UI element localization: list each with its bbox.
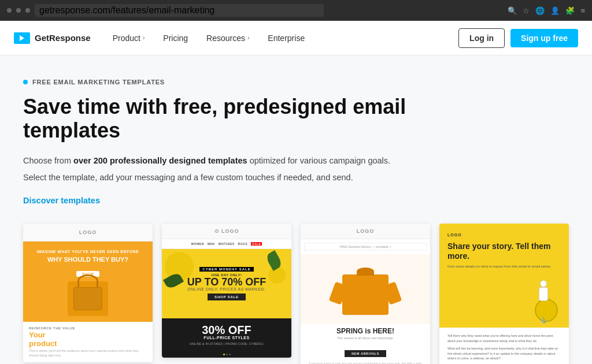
t2-nav-women: WOMEN bbox=[191, 242, 204, 246]
t1-product-section: REINFORCE THE VALUE Yourproduct This is … bbox=[23, 322, 153, 362]
logo-area[interactable]: GetResponse bbox=[14, 32, 91, 44]
badge-dot bbox=[23, 80, 28, 84]
t1-logo: LOGO bbox=[23, 224, 153, 242]
t3-sweater bbox=[342, 263, 388, 315]
t2-thirty-off: 30% OFF bbox=[202, 324, 251, 336]
dot-3 bbox=[229, 354, 231, 355]
t4-body-1: Tell them why they need what you're offe… bbox=[447, 333, 561, 344]
t1-product-title: Yourproduct bbox=[29, 331, 147, 348]
anchor-icon: ⚓ bbox=[540, 317, 547, 323]
chevron-icon: › bbox=[143, 35, 145, 41]
desc-text-1: Choose from bbox=[23, 156, 73, 165]
browser-icons: 🔍 ☆ 🌐 👤 🧩 ≡ bbox=[508, 6, 585, 15]
t1-reinforce-text: REINFORCE THE VALUE bbox=[29, 326, 147, 330]
browser-dot-2 bbox=[16, 8, 21, 13]
t2-black-section: 30% OFF FULL-PRICE STYLES ONLINE & IN ST… bbox=[162, 318, 291, 351]
browser-url-text: getresponse.com/features/email-marketing bbox=[39, 5, 214, 16]
t4-figure bbox=[539, 287, 548, 301]
puzzle-icon[interactable]: 🧩 bbox=[565, 6, 575, 15]
t4-yellow-section: LOGO Share your story. Tell them more. G… bbox=[439, 224, 569, 328]
page-title: Save time with free, predesigned email t… bbox=[23, 95, 428, 143]
t3-spring-image bbox=[301, 254, 430, 324]
badge-text: FREE EMAIL MARKETING TEMPLATES bbox=[32, 79, 165, 86]
template-card-3[interactable]: LOGO FREE Standard Delivery — worldwide … bbox=[301, 224, 430, 364]
logo-text: GetResponse bbox=[35, 33, 91, 43]
t4-body-2: What will this be learning, and more imp… bbox=[447, 346, 561, 361]
nav-item-enterprise[interactable]: Enterprise bbox=[260, 29, 313, 47]
t3-spring-label: SPRING is HERE! bbox=[301, 324, 430, 336]
hero-section: FREE EMAIL MARKETING TEMPLATES Save time… bbox=[0, 55, 592, 364]
menu-icon[interactable]: ≡ bbox=[580, 6, 585, 15]
t4-logo: LOGO bbox=[447, 233, 561, 237]
template-card-4[interactable]: LOGO Share your story. Tell them more. G… bbox=[439, 224, 569, 364]
nav-item-product[interactable]: Product › bbox=[105, 29, 153, 47]
t3-na-btn: NEW ARRIVALS bbox=[345, 350, 386, 357]
discover-templates-link[interactable]: Discover templates bbox=[23, 196, 100, 205]
template-card-2[interactable]: ⊙ LOGO WOMEN MEN WATCHES BAGS SALE CYBER… bbox=[162, 224, 291, 358]
t4-sub: Give some details on what to expect from… bbox=[447, 264, 561, 269]
t1-orange-section: IMAGINE WHAT YOU'VE NEVER SEEN BEFORE WH… bbox=[23, 242, 153, 322]
login-button[interactable]: Log in bbox=[458, 28, 505, 48]
nav-item-resources[interactable]: Resources › bbox=[198, 29, 257, 47]
sweater-body bbox=[342, 274, 388, 315]
t1-tagline: IMAGINE WHAT YOU'VE NEVER SEEN BEFORE bbox=[30, 250, 146, 254]
t2-yellow-section: CYBER MONDAY SALE ONE DAY ONLY! UP TO 70… bbox=[162, 249, 291, 318]
dot-2 bbox=[226, 354, 228, 355]
t4-astronaut-illustration: ⚓ bbox=[532, 287, 561, 322]
templates-row: LOGO IMAGINE WHAT YOU'VE NEVER SEEN BEFO… bbox=[23, 224, 569, 364]
sweater-collar bbox=[357, 268, 374, 276]
t2-nav-watches: WATCHES bbox=[218, 242, 234, 246]
t2-nav-sale: SALE bbox=[251, 242, 262, 246]
template-card-1[interactable]: LOGO IMAGINE WHAT YOU'VE NEVER SEEN BEFO… bbox=[23, 224, 153, 362]
t2-fullprice: FULL-PRICE STYLES bbox=[204, 336, 249, 340]
t3-new-arrivals: NEW ARRIVALS bbox=[301, 344, 430, 359]
dot-1 bbox=[223, 354, 225, 355]
t3-logo: LOGO bbox=[301, 224, 430, 239]
t2-promo: ONLINE & IN STORES | PROMO CODE: CYBER21 bbox=[190, 342, 264, 346]
t1-product-desc: This is where you'll tell the audience a… bbox=[29, 349, 147, 358]
globe-icon[interactable]: 🌐 bbox=[535, 6, 545, 15]
desc-text-2: optimized for various campaign goals. bbox=[250, 156, 390, 165]
nav-item-pricing[interactable]: Pricing bbox=[155, 29, 196, 47]
circle-2 bbox=[268, 266, 286, 284]
navbar: GetResponse Product › Pricing Resources … bbox=[0, 21, 592, 55]
star-icon[interactable]: ☆ bbox=[523, 6, 530, 15]
browser-dot-1 bbox=[7, 8, 12, 13]
browser-dot-3 bbox=[25, 8, 30, 13]
t2-nav: WOMEN MEN WATCHES BAGS SALE bbox=[162, 239, 291, 249]
t2-nav-bags: BAGS bbox=[238, 242, 247, 246]
t1-headline: WHY SHOULD THEY BUY? bbox=[30, 256, 146, 263]
t2-logo: ⊙ LOGO bbox=[162, 224, 291, 239]
logo-icon bbox=[14, 32, 30, 44]
browser-chrome: getresponse.com/features/email-marketing… bbox=[0, 0, 592, 21]
t4-white-section: Tell them why they need what you're offe… bbox=[439, 328, 569, 364]
t3-shipping: FREE Standard Delivery — worldwide :) bbox=[304, 243, 427, 251]
t2-decorative-circles bbox=[162, 249, 291, 318]
url-bar[interactable]: getresponse.com/features/email-marketing bbox=[35, 4, 324, 17]
hero-description-2: Select the template, add your messaging … bbox=[23, 171, 405, 184]
user-avatar-icon[interactable]: 👤 bbox=[550, 6, 560, 15]
hero-description-1: Choose from over 200 professionally desi… bbox=[23, 154, 405, 168]
chevron-icon-2: › bbox=[247, 35, 249, 41]
nav-items: Product › Pricing Resources › Enterprise bbox=[105, 29, 458, 47]
t2-nav-men: MEN bbox=[208, 242, 215, 246]
t3-footer-text: Everybody wants to look nice and remain … bbox=[301, 359, 430, 364]
t4-headline: Share your story. Tell them more. bbox=[447, 242, 561, 261]
search-icon[interactable]: 🔍 bbox=[508, 6, 517, 15]
nav-right: Log in Sign up free bbox=[458, 28, 578, 48]
hero-badge: FREE EMAIL MARKETING TEMPLATES bbox=[23, 79, 569, 86]
t3-spring-sub: This season is all about new beginnings. bbox=[301, 336, 430, 344]
signup-button[interactable]: Sign up free bbox=[510, 29, 578, 47]
t2-pagination bbox=[162, 351, 291, 358]
t1-bag-inner bbox=[73, 287, 102, 310]
desc-bold: over 200 professionally designed templat… bbox=[73, 156, 247, 165]
t1-bag-image bbox=[68, 281, 108, 316]
